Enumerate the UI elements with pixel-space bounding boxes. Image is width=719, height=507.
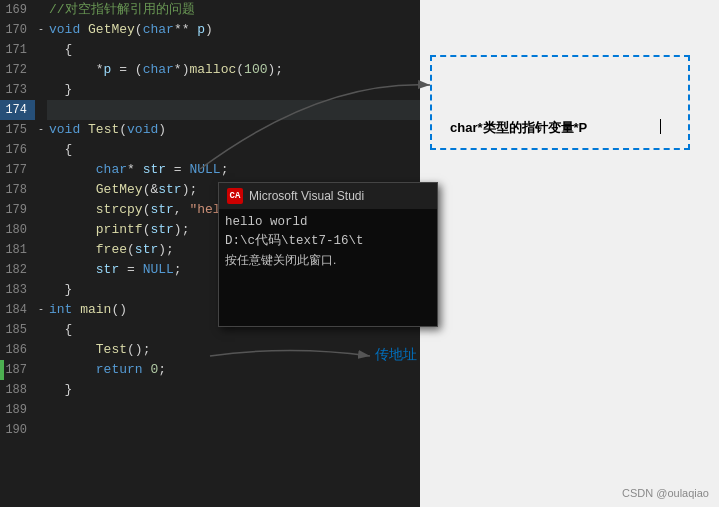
line-content: } [47, 380, 420, 400]
watermark: CSDN @oulaqiao [622, 487, 709, 499]
line-number: 177 [0, 160, 35, 180]
code-line-186: 186 Test(); [0, 340, 420, 360]
code-line-175: 175 - void Test(void) [0, 120, 420, 140]
line-number: 181 [0, 240, 35, 260]
line-number: 182 [0, 260, 35, 280]
line-number: 179 [0, 200, 35, 220]
code-line-189: 189 [0, 400, 420, 420]
code-line-188: 188 } [0, 380, 420, 400]
line-number: 169 [0, 0, 35, 20]
line-number: 178 [0, 180, 35, 200]
green-accent-bar [0, 360, 4, 380]
line-content: Test(); [47, 340, 420, 360]
line-content: } [47, 80, 420, 100]
line-number: 189 [0, 400, 35, 420]
line-content [47, 400, 420, 420]
line-number: 174 [0, 100, 35, 120]
line-number: 176 [0, 140, 35, 160]
line-number: 188 [0, 380, 35, 400]
line-content: return 0; [47, 360, 420, 380]
code-line-171: 171 { [0, 40, 420, 60]
code-line-170: 170 - void GetMey(char** p) [0, 20, 420, 40]
console-title: Microsoft Visual Studi [249, 189, 364, 203]
code-line-172: 172 *p = (char*)malloc(100); [0, 60, 420, 80]
code-line-174: 174 [0, 100, 420, 120]
line-number: 190 [0, 420, 35, 440]
line-number: 185 [0, 320, 35, 340]
line-number: 172 [0, 60, 35, 80]
console-titlebar: CA Microsoft Visual Studi [219, 183, 437, 209]
code-line-190: 190 [0, 420, 420, 440]
line-number: 184 [0, 300, 35, 320]
line-number: 173 [0, 80, 35, 100]
line-number: 187 [0, 360, 35, 380]
line-content: { [47, 140, 420, 160]
code-line-177: 177 char* str = NULL; [0, 160, 420, 180]
line-number: 180 [0, 220, 35, 240]
line-content: { [47, 40, 420, 60]
console-window[interactable]: CA Microsoft Visual Studi hello world D:… [218, 182, 438, 327]
code-line-187: 187 return 0; [0, 360, 420, 380]
console-line-3: 按任意键关闭此窗口. [225, 251, 431, 271]
annotation-dashed-box: char*类型的指针变量*P [430, 55, 690, 150]
code-line-176: 176 { [0, 140, 420, 160]
line-content: void GetMey(char** p) [47, 20, 420, 40]
line-content: *p = (char*)malloc(100); [47, 60, 420, 80]
line-number: 186 [0, 340, 35, 360]
line-number: 175 [0, 120, 35, 140]
code-line-173: 173 } [0, 80, 420, 100]
code-line-169: 169 //对空指针解引用的问题 [0, 0, 420, 20]
line-number: 170 [0, 20, 35, 40]
annotation-panel: char*类型的指针变量*P [420, 0, 719, 507]
line-content [47, 100, 420, 120]
line-number: 183 [0, 280, 35, 300]
console-body: hello world D:\c代码\text7-16\t 按任意键关闭此窗口. [219, 209, 437, 275]
console-line-2: D:\c代码\text7-16\t [225, 232, 431, 251]
annotation-text: char*类型的指针变量*P [450, 119, 587, 137]
line-content: char* str = NULL; [47, 160, 420, 180]
chuandizhi-label: 传地址 [375, 346, 417, 364]
console-line-1: hello world [225, 213, 431, 232]
console-app-icon: CA [227, 188, 243, 204]
line-content: //对空指针解引用的问题 [47, 0, 420, 20]
line-content [47, 420, 420, 440]
line-content: void Test(void) [47, 120, 420, 140]
text-cursor [660, 119, 661, 134]
line-number: 171 [0, 40, 35, 60]
